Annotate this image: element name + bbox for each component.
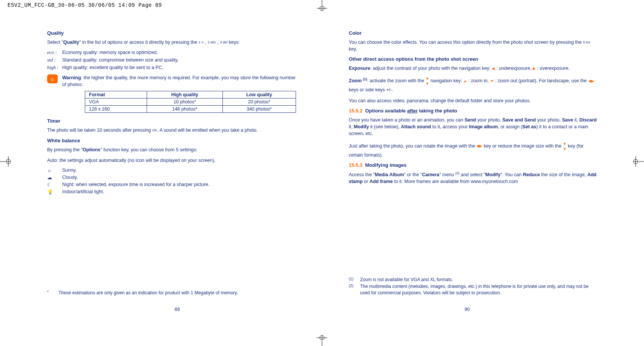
td-high: 10 photos* [147, 98, 222, 106]
text-bold: Save [562, 117, 573, 123]
td-format: VGA [85, 98, 147, 106]
footnote-text: These estimations are only given as an i… [58, 290, 238, 296]
key-1: 1 ∞ [198, 40, 204, 44]
arrow-leftright-icon: ◀▶ [588, 78, 594, 84]
table-row: 128 x 160 146 photos* 340 photos* [85, 106, 296, 113]
text: or [363, 179, 370, 184]
crop-mark-bottom [314, 335, 330, 346]
text-bold: Save and Send [502, 117, 536, 123]
wb-night-row: ☾ Night: when selected, exposure time is… [47, 182, 296, 188]
key-3: 3 def [220, 40, 227, 44]
text-bold: Quality [63, 40, 79, 45]
text: keys or side keys +/-. [349, 87, 393, 92]
text: Once you have taken a photo or an animat… [349, 117, 465, 123]
quality-intro: Select "Quality" in the list of options … [47, 39, 296, 46]
crop-mark-right [633, 154, 644, 169]
heading-timer: Timer [47, 118, 296, 124]
heading-quality: Quality [47, 30, 296, 36]
page-89: Quality Select "Quality" in the list of … [32, 30, 322, 316]
text: taking the photo [418, 108, 457, 114]
page-number-90: 90 [465, 307, 470, 312]
text-bold: Discard [580, 117, 597, 123]
td-high: 146 photos* [147, 106, 222, 113]
text: : underexposure, [495, 66, 533, 71]
text-bold: Image album [469, 124, 498, 129]
crop-mark-top [314, 0, 330, 11]
arrow-leftright-icon: ◀▶ [476, 143, 482, 149]
heading-color: Color [349, 30, 597, 36]
text: : zoom out (portrait). For landscape, us… [494, 78, 588, 83]
text: " function key, you can choose from 5 se… [100, 147, 197, 152]
th-low: Low quality [222, 91, 296, 98]
text: it, [349, 124, 354, 129]
key-2: 2 abc [208, 40, 216, 44]
text: : the higher the quality, the more memor… [62, 75, 296, 87]
bulb-icon: 💡 [47, 189, 62, 195]
th-format: Format [85, 91, 147, 98]
heading-15-5-3: 15.5.3 Modifying images [349, 162, 597, 168]
warning-text: Warning: the higher the quality, the mor… [62, 74, 296, 88]
text: the size of the image, [540, 172, 587, 177]
text-bold: Camera [422, 172, 439, 177]
exposure-text: Exposure: adjust the contrast of your ph… [349, 65, 597, 72]
quality-std-row: std : Standard quality: compromise betwe… [47, 57, 296, 63]
high-text: High quality: excellent quality to be se… [62, 65, 163, 70]
also-text: You can also access video, panorama, cha… [349, 97, 597, 104]
text: " in the list of options or access it di… [79, 40, 198, 45]
footnote-text-2: The multimedia content (melodies, images… [360, 283, 597, 296]
key-8: 8 tuv [583, 40, 590, 44]
text: Options available [365, 108, 407, 114]
footnote-mark: * [47, 290, 58, 296]
text: Just after taking the photo, you can rot… [349, 143, 476, 149]
text-bold: Media Album [375, 172, 404, 177]
arrow-right-icon: ▶ [533, 66, 536, 72]
photo-storage-table: Format High quality Low quality VGA 10 p… [85, 91, 296, 113]
text: Select " [47, 40, 63, 45]
sun-icon: ☼ [47, 168, 62, 173]
td-low: 20 photos* [222, 98, 296, 106]
text: You can choose the color effects. You ca… [349, 40, 583, 45]
wb-auto: Auto: the settings adjust automatically … [47, 157, 296, 164]
text: to it, access your [431, 124, 469, 129]
text-bold: Modify [354, 124, 369, 129]
wb-sunny-row: ☼ Sunny, [47, 168, 296, 173]
text: key. [349, 46, 357, 52]
text: your photo, [476, 117, 503, 123]
warning-row: ☼ Warning: the higher the quality, the m… [47, 74, 296, 88]
text: Modifying images [365, 162, 406, 168]
eco-icon: eco : [47, 49, 62, 55]
heading-15-5-2: 15.5.2 Options available after taking th… [349, 108, 597, 114]
td-low: 340 photos* [222, 106, 296, 113]
arrow-updown-icon: ▲▼ [563, 141, 567, 152]
text: , [216, 40, 220, 45]
text: . A sound will be emitted when you take … [157, 128, 258, 133]
high-icon: high : [47, 65, 62, 71]
timer-text: The photo will be taken 10 seconds after… [47, 127, 296, 134]
table-row: VGA 10 photos* 20 photos* [85, 98, 296, 106]
text: and select " [460, 172, 485, 177]
text-bold: Add frame [370, 179, 393, 184]
moon-icon: ☾ [47, 182, 62, 188]
section-number: 15.5.3 [349, 162, 362, 168]
page-spread: Quality Select "Quality" in the list of … [32, 30, 612, 316]
key-ok: OK [152, 129, 157, 132]
text: it, [573, 117, 580, 123]
th-high: High quality [147, 91, 222, 98]
text-bold: Modify [485, 172, 500, 177]
text-bold: Set as [523, 124, 537, 129]
lightbulb-icon: ☼ [47, 74, 58, 83]
text-bold: Attach sound [401, 124, 431, 129]
text: By pressing the " [47, 147, 83, 152]
text-underline: after [407, 108, 418, 114]
text: navigation key: [429, 78, 463, 83]
heading-white-balance: White balance [47, 138, 296, 143]
wb-sunny-text: Sunny, [62, 168, 77, 173]
std-text: Standard quality: compromise between siz… [62, 57, 178, 63]
footnote-text-1: Zoom is not available for VGA and XL for… [360, 277, 453, 283]
cloud-icon: ☁ [47, 175, 62, 180]
footnote-right: (1) Zoom is not available for VGA and XL… [349, 277, 597, 297]
arrow-updown-icon: ▲▼ [425, 75, 429, 86]
color-text: You can choose the color effects. You ca… [349, 39, 597, 52]
wb-indoor-text: Indoor/artificial light. [62, 189, 104, 194]
text: : overexposure. [536, 66, 570, 71]
